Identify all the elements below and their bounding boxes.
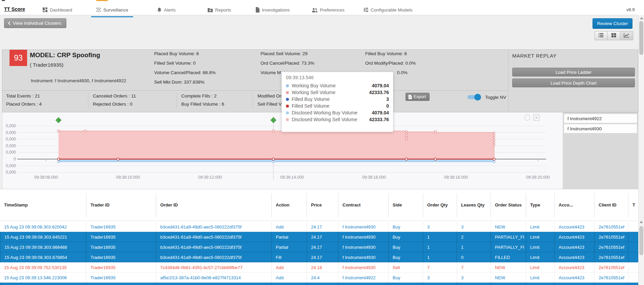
top-nav: TT Score DashboardSurveillanceAlertsRepo… — [0, 1, 644, 15]
tooltip-row: Working Buy Volume4079.04 — [286, 82, 389, 89]
cell-trader-id: Trader16935 — [86, 283, 156, 285]
load-price-depth-chart-button[interactable]: Load Price Depth Chart — [512, 79, 635, 87]
svg-text:09:39:16.000: 09:39:16.000 — [362, 175, 386, 180]
cell-acco-: Account4423 — [554, 222, 594, 232]
chevron-left-icon — [8, 21, 11, 25]
column-header-contract[interactable]: Contract — [338, 193, 388, 217]
column-header-action[interactable]: Action — [271, 193, 307, 217]
export-button-label: Export — [414, 94, 426, 99]
model-instrument: Instrument: f Instrument4930, f Instrume… — [31, 78, 126, 83]
table-scroll-up-arrow-icon[interactable] — [640, 221, 643, 223]
legend-item-f-instrument4930[interactable]: f Instrument4930 — [564, 124, 637, 133]
toggle-nv-switch[interactable] — [468, 94, 481, 100]
cell-t — [628, 252, 638, 262]
load-price-ladder-button[interactable]: Load Price Ladder — [512, 68, 635, 76]
tooltip-row: Filled Buy Volume3 — [286, 96, 389, 103]
brand-tt-score[interactable]: TT Score — [4, 6, 25, 12]
table-row[interactable]: 15 Aug 23 09:39:08.303.666488Trader16935… — [0, 242, 638, 252]
list-view-button[interactable] — [595, 31, 607, 40]
column-header-client-id[interactable]: Client ID — [594, 193, 628, 217]
view-individual-clusters-button[interactable]: View Individual Clusters — [4, 18, 66, 28]
nav-item-label: Dashboard — [50, 7, 72, 13]
column-header-order-qty[interactable]: Order Qty — [423, 193, 457, 217]
nav-item-configurable-models[interactable]: Configurable Models — [363, 5, 413, 14]
table-row[interactable]: 15 Aug 23 09:39:13.546.223006Trader16935… — [0, 272, 638, 283]
column-header-label: Order Status — [495, 202, 522, 208]
cell-leaves-qty: 2 — [457, 283, 491, 285]
cell-client-id: 2e7610551ef — [594, 242, 628, 252]
nav-item-reports[interactable]: Reports — [207, 5, 231, 14]
totals-line: Placed Orders : 4 — [6, 102, 42, 107]
tooltip-row: Disclosed Working Buy Volume4079.04 — [286, 109, 389, 116]
grid-view-button[interactable] — [607, 31, 620, 40]
nav-item-investigations[interactable]: Investigations — [255, 5, 290, 14]
scroll-up-arrow-icon[interactable] — [640, 17, 643, 19]
svg-text:0,000: 0,000 — [6, 170, 16, 175]
cell-order-id: 7c4384d6-0b61-4391-bc57-27cbb69fbe77 — [156, 262, 271, 272]
nav-item-dashboard[interactable]: Dashboard — [42, 5, 72, 14]
cell-contract: f Instrument4930 — [338, 222, 388, 232]
column-header-t[interactable]: T — [628, 193, 638, 217]
cell-timestamp: 15 Aug 23 09:39:13.546.223006 — [0, 272, 86, 283]
table-row[interactable]: 15 Aug 23 09:39:08.303.620042Trader16935… — [0, 222, 638, 232]
investigations-icon — [255, 7, 260, 13]
totals-line: Canceled Orders : 11 — [93, 93, 136, 99]
browser-artifact-orange — [96, 0, 108, 1]
tooltip-series-label: Disclosed Working Sell Volume — [292, 117, 369, 122]
column-header-timestamp[interactable]: TimeStamp — [0, 193, 86, 217]
table-row[interactable]: 15 Aug 23 09:39:13.546.248105Trader16935… — [0, 283, 638, 285]
nav-item-alerts[interactable]: Alerts — [157, 5, 176, 14]
svg-text:09:39:12.000: 09:39:12.000 — [198, 175, 222, 180]
cell-order-id: af5e1f13-387a-41b0-8e08-e827f4713314 — [156, 283, 271, 285]
column-header-order-id[interactable]: Order ID — [156, 193, 271, 217]
nav-item-label: Reports — [215, 7, 231, 13]
column-header-trader-id[interactable]: Trader ID — [86, 193, 156, 217]
tooltip-series-label: Working Buy Volume — [292, 83, 372, 88]
column-header-label: TimeStamp — [4, 202, 28, 208]
chart-view-button[interactable] — [620, 31, 633, 40]
chart-reset-zoom-icon[interactable]: ✕ — [534, 115, 539, 120]
column-header-order-status[interactable]: Order Status — [491, 193, 526, 217]
table-row[interactable]: 15 Aug 23 09:39:08.303.678854Trader16935… — [0, 252, 638, 262]
nav-item-preferences[interactable]: Preferences — [312, 5, 345, 14]
review-cluster-button[interactable]: Review Cluster — [593, 18, 632, 29]
cell-t — [628, 283, 638, 285]
cell-timestamp: 15 Aug 23 09:39:08.303.620042 — [0, 222, 86, 232]
nav-item-surveillance[interactable]: Surveillance — [96, 5, 128, 14]
totals-vertical-divider — [176, 93, 177, 109]
totals-line: Buy Filled Volume : 6 — [181, 102, 224, 107]
stat-line: Filled Buy Volume: 6 — [365, 51, 416, 57]
page-scrollbar-thumb[interactable] — [639, 21, 643, 55]
column-header-type[interactable]: Type — [526, 193, 554, 217]
column-header-side[interactable]: Side — [388, 193, 423, 217]
cell-price: 24.4 — [307, 272, 338, 283]
chart-pan-icon[interactable] — [524, 115, 530, 120]
cell-order-status: PARTIALLY_FI — [491, 232, 526, 242]
preferences-icon — [312, 7, 318, 13]
cell-order-id: b3ced431-61a9-49d0-aec5-080222df375f — [156, 222, 271, 232]
table-row[interactable]: 15 Aug 23 09:39:08.303.645221Trader16935… — [0, 232, 638, 242]
cell-action: Partial — [271, 283, 307, 285]
cell-price: 24.17 — [307, 222, 338, 232]
cell-contract: f Instrument4930 — [338, 252, 388, 262]
column-header-leaves-qty[interactable]: Leaves Qty — [457, 193, 491, 217]
list-view-icon — [598, 33, 604, 39]
svg-text:0: 0 — [14, 157, 16, 161]
cell-type: Limit — [526, 283, 554, 285]
legend-item-f-instrument4922[interactable]: f Instrument4922 — [564, 114, 637, 123]
column-header-acco-[interactable]: Acco... — [554, 193, 594, 217]
table-row[interactable]: 15 Aug 23 09:39:09.752.530135Trader16935… — [0, 262, 638, 272]
cell-timestamp: 15 Aug 23 09:39:09.752.530135 — [0, 262, 86, 272]
cell-leaves-qty: 1 — [457, 242, 491, 252]
export-button[interactable]: Export — [406, 93, 430, 101]
column-header-price[interactable]: Price — [307, 193, 338, 217]
cell-type: Limit — [526, 262, 554, 272]
cell-order-qty: 3 — [423, 272, 457, 283]
totals-line: Total Events : 21 — [6, 93, 42, 99]
table-scrollbar-thumb[interactable] — [639, 226, 643, 255]
column-header-label: Contract — [342, 202, 360, 208]
stat-line: Placed Sell Volume: 29 — [261, 51, 314, 57]
tooltip-series-value: 3 — [386, 96, 389, 102]
tooltip-timestamp: 09:39:13.546 — [286, 75, 389, 80]
cell-timestamp: 15 Aug 23 09:39:08.303.678854 — [0, 252, 86, 262]
